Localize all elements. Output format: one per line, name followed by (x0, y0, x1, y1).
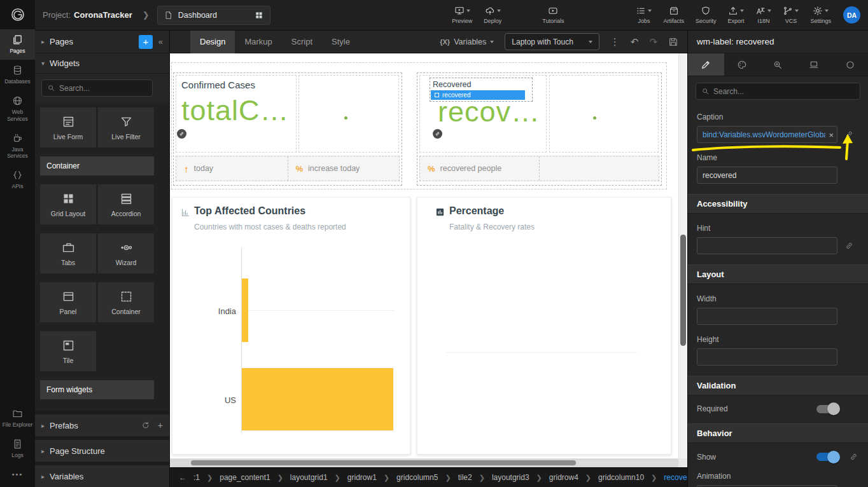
breadcrumb-item[interactable]: layoutgrid1 (290, 473, 328, 482)
widget-accordion[interactable]: Accordion (98, 184, 154, 224)
bind-show-link-icon[interactable] (849, 452, 859, 462)
height-input[interactable] (697, 348, 837, 366)
breadcrumb-item[interactable]: :1 (193, 473, 200, 482)
increase-today-stat[interactable]: % increase today (288, 156, 400, 181)
widget-live-filter[interactable]: Live Filter (98, 107, 154, 147)
tile-recovered[interactable]: Recovered recovered recov… % (417, 72, 662, 186)
recovered-value[interactable]: recov… (438, 97, 540, 126)
property-search-box[interactable] (696, 83, 860, 100)
bind-caption-link-icon[interactable] (844, 130, 855, 139)
widget-panel[interactable]: Panel (40, 282, 96, 322)
confirmed-cases-caption[interactable]: Confirmed Cases (181, 79, 255, 90)
widget-search-box[interactable] (41, 79, 153, 97)
preview-button[interactable]: Preview (446, 6, 478, 24)
confirmed-cases-value[interactable]: totalC… (181, 96, 290, 125)
chevron-down-icon (795, 10, 799, 12)
refresh-icon[interactable] (141, 421, 150, 430)
breadcrumb-back-icon[interactable]: ← (179, 473, 186, 482)
page-structure-accordion[interactable]: ▸ Page Structure (35, 440, 169, 462)
i18n-button[interactable]: I18N (750, 6, 777, 24)
card-percentage[interactable]: Percentage Fatality & Recovery rates (417, 197, 671, 455)
widget-grid-layout[interactable]: Grid Layout (40, 184, 96, 224)
tab-properties[interactable] (688, 53, 724, 76)
dashboard-grid-icon[interactable] (255, 11, 263, 20)
recovered-caption[interactable]: Recovered (433, 80, 471, 89)
breadcrumb-item[interactable]: gridcolumn5 (396, 473, 438, 482)
property-search-input[interactable] (713, 87, 855, 96)
rail-item-file-explorer[interactable]: File Explorer (0, 403, 35, 434)
prefabs-accordion[interactable]: ▸ Prefabs + (35, 415, 169, 436)
artifacts-button[interactable]: Artifacts (657, 6, 690, 24)
breadcrumb-item[interactable]: page_content1 (220, 473, 270, 482)
page-tab-dashboard[interactable]: Dashboard (157, 6, 270, 25)
rail-item-databases[interactable]: Databases (0, 60, 35, 90)
bind-hint-link-icon[interactable] (844, 241, 855, 250)
name-input[interactable] (697, 167, 837, 184)
rail-item-java-services[interactable]: Java Services (0, 128, 35, 165)
device-selector[interactable]: Laptop with Touch (505, 33, 599, 50)
width-input[interactable] (697, 308, 837, 325)
caption-input[interactable] (697, 126, 837, 143)
recovered-people-stat[interactable]: % recovered people (420, 156, 539, 181)
tab-styles[interactable] (724, 53, 760, 76)
settings-button[interactable]: Settings (804, 6, 837, 24)
undo-icon[interactable]: ↶ (631, 36, 639, 48)
tile-confirmed-cases[interactable]: Confirmed Cases totalC… ↑ today % (173, 72, 402, 186)
widget-live-form[interactable]: Live Form (40, 107, 96, 147)
horizontal-scrollbar[interactable] (170, 458, 678, 467)
card-top-affected-countries[interactable]: Top Affected Countries Countries with mo… (172, 197, 410, 455)
deploy-button[interactable]: Deploy (478, 6, 507, 24)
tab-device[interactable] (796, 53, 832, 76)
add-prefab-icon[interactable]: + (158, 420, 163, 430)
show-toggle[interactable] (816, 453, 838, 461)
breadcrumb-item[interactable]: gridrow4 (549, 473, 578, 482)
widget-container[interactable]: Container (98, 282, 154, 322)
user-avatar[interactable]: DA (843, 6, 860, 24)
more-ellipsis-icon[interactable]: ••• (0, 464, 35, 487)
rail-item-web-services[interactable]: Web Services (0, 90, 35, 127)
security-button[interactable]: Security (690, 6, 722, 24)
show-label: Show (697, 453, 716, 462)
widget-wizard[interactable]: Wizard (98, 233, 154, 273)
tab-inspect[interactable] (760, 53, 796, 76)
jobs-button[interactable]: Jobs (630, 6, 657, 24)
variables-accordion[interactable]: ▸ Variables (35, 465, 169, 487)
today-stat[interactable]: ↑ today (176, 156, 288, 181)
tab-events[interactable] (832, 53, 868, 76)
vertical-scroll-thumb[interactable] (680, 235, 686, 346)
redo-icon[interactable]: ↷ (649, 36, 657, 48)
widget-search-input[interactable] (59, 84, 147, 93)
chevron-right-icon[interactable]: ❯ (143, 10, 150, 20)
more-vertical-icon[interactable]: ⋮ (610, 36, 620, 48)
breadcrumb-item[interactable]: layoutgrid3 (492, 473, 529, 482)
rail-item-pages[interactable]: Pages (0, 29, 35, 60)
tutorials-button[interactable]: Tutorials (536, 6, 570, 24)
save-icon[interactable] (668, 37, 678, 47)
widgets-accordion-header[interactable]: ▾ Widgets (35, 53, 169, 74)
vertical-scrollbar[interactable] (678, 53, 687, 458)
rail-item-apis[interactable]: APIs (0, 165, 35, 195)
breadcrumb-item[interactable]: tile2 (458, 473, 472, 482)
rail-item-logs[interactable]: Logs (0, 434, 35, 464)
tab-design[interactable]: Design (190, 31, 235, 53)
design-canvas[interactable]: Confirmed Cases totalC… ↑ today % (170, 53, 678, 458)
tab-markup[interactable]: Markup (235, 31, 281, 53)
widget-tile[interactable]: Tile (40, 331, 96, 371)
required-toggle[interactable] (816, 405, 838, 413)
variables-button[interactable]: {X} Variables (440, 38, 494, 46)
up-arrow-icon: ↑ (184, 163, 189, 174)
widget-tabs[interactable]: Tabs (40, 233, 96, 273)
clear-binding-icon[interactable]: × (829, 130, 834, 139)
horizontal-scroll-thumb[interactable] (191, 460, 576, 465)
breadcrumb-item[interactable]: gridrow1 (347, 473, 377, 482)
vcs-button[interactable]: VCS (777, 6, 804, 24)
app-logo-icon[interactable] (0, 0, 35, 29)
collapse-panel-icon[interactable]: « (158, 37, 163, 46)
hint-input[interactable] (697, 237, 837, 254)
add-page-button[interactable]: + (139, 35, 153, 49)
pages-accordion-header[interactable]: ▸ Pages + « (35, 31, 169, 53)
export-button[interactable]: Export (722, 6, 750, 24)
tab-style[interactable]: Style (322, 31, 360, 53)
tab-script[interactable]: Script (282, 31, 322, 53)
breadcrumb-item[interactable]: gridcolumn10 (598, 473, 644, 482)
